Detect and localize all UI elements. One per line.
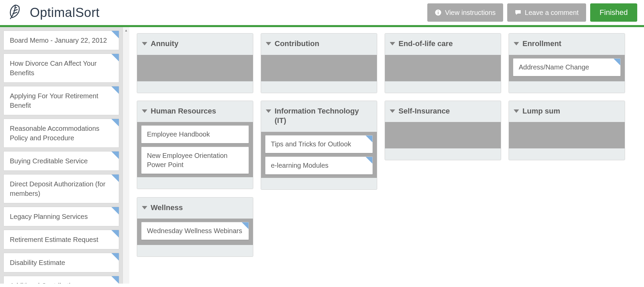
chevron-down-icon bbox=[142, 42, 147, 45]
sorted-card[interactable]: e-learning Modules bbox=[265, 157, 373, 175]
category-self-insurance[interactable]: Self-Insurance bbox=[385, 101, 501, 161]
sidebar-scrollbar[interactable]: ▲ bbox=[123, 27, 129, 284]
card-label: Additional Contributions bbox=[10, 282, 81, 284]
category-header[interactable]: Enrollment bbox=[509, 34, 625, 55]
category-header[interactable]: Human Resources bbox=[137, 101, 253, 122]
card-label: Legacy Planning Services bbox=[10, 213, 88, 220]
unsorted-card[interactable]: Retirement Estimate Request bbox=[3, 230, 119, 249]
card-label: Applying For Your Retirement Benefit bbox=[10, 92, 98, 109]
unsorted-card[interactable]: Direct Deposit Authorization (for member… bbox=[3, 174, 119, 203]
category-title: Human Resources bbox=[151, 106, 216, 116]
category-title: Self-Insurance bbox=[399, 106, 450, 116]
category-header[interactable]: Lump sum bbox=[509, 101, 625, 122]
card-label: Retirement Estimate Request bbox=[10, 236, 98, 243]
view-instructions-button[interactable]: View instructions bbox=[427, 3, 503, 22]
category-dropzone[interactable] bbox=[385, 122, 501, 148]
comment-icon bbox=[515, 9, 521, 16]
leave-comment-button[interactable]: Leave a comment bbox=[507, 3, 586, 22]
category-title: Wellness bbox=[151, 203, 183, 213]
app-header: OptimalSort View instructions Leave a co… bbox=[0, 0, 644, 27]
chevron-down-icon bbox=[142, 206, 147, 209]
brand-title: OptimalSort bbox=[30, 5, 100, 20]
category-dropzone[interactable] bbox=[509, 122, 625, 148]
category-header[interactable]: Information Technology (IT) bbox=[261, 101, 377, 132]
finished-button[interactable]: Finished bbox=[590, 3, 637, 22]
unsorted-card[interactable]: Disability Estimate bbox=[3, 253, 119, 272]
category-human-resources[interactable]: Human Resources Employee Handbook New Em… bbox=[137, 101, 253, 189]
card-label: Board Memo - January 22, 2012 bbox=[10, 37, 107, 44]
category-enrollment[interactable]: Enrollment Address/Name Change bbox=[509, 33, 625, 93]
category-dropzone[interactable]: Tips and Tricks for Outlook e-learning M… bbox=[261, 132, 377, 178]
category-header[interactable]: Wellness bbox=[137, 198, 253, 219]
category-footer bbox=[509, 148, 625, 160]
card-label: Wednesday Wellness Webinars bbox=[147, 227, 242, 234]
card-sidebar: Board Memo - January 22, 2012 How Divorc… bbox=[0, 27, 123, 284]
sorted-card[interactable]: New Employee Orientation Power Point bbox=[141, 147, 249, 174]
sorted-card[interactable]: Wednesday Wellness Webinars bbox=[141, 222, 249, 240]
category-dropzone[interactable] bbox=[137, 55, 253, 81]
leaf-icon bbox=[7, 4, 24, 21]
chevron-down-icon bbox=[142, 109, 147, 113]
unsorted-card[interactable]: Board Memo - January 22, 2012 bbox=[3, 30, 119, 50]
category-end-of-life-care[interactable]: End-of-life care bbox=[385, 33, 501, 93]
category-footer bbox=[137, 245, 253, 257]
svg-rect-1 bbox=[438, 12, 438, 14]
card-label: Buying Creditable Service bbox=[10, 157, 88, 165]
info-icon bbox=[435, 9, 442, 16]
button-label: Finished bbox=[600, 8, 628, 17]
category-grid: Annuity Contribution End-of-life care bbox=[137, 33, 637, 257]
category-footer bbox=[385, 81, 501, 93]
category-title: Annuity bbox=[151, 39, 178, 49]
unsorted-card[interactable]: Reasonable Accommodations Policy and Pro… bbox=[3, 119, 119, 148]
button-label: Leave a comment bbox=[525, 9, 579, 17]
svg-rect-2 bbox=[438, 11, 438, 11]
category-header[interactable]: Contribution bbox=[261, 34, 377, 55]
header-actions: View instructions Leave a comment Finish… bbox=[427, 3, 637, 22]
category-footer bbox=[261, 178, 377, 189]
sorted-card[interactable]: Address/Name Change bbox=[513, 58, 621, 76]
card-label: Address/Name Change bbox=[519, 63, 589, 71]
category-title: Information Technology (IT) bbox=[275, 106, 371, 126]
chevron-down-icon bbox=[390, 109, 395, 113]
sidebar-wrap: Board Memo - January 22, 2012 How Divorc… bbox=[0, 27, 129, 284]
category-dropzone[interactable] bbox=[261, 55, 377, 81]
chevron-down-icon bbox=[390, 42, 395, 45]
card-label: Disability Estimate bbox=[10, 259, 65, 266]
category-header[interactable]: Self-Insurance bbox=[385, 101, 501, 122]
card-label: Direct Deposit Authorization (for member… bbox=[10, 180, 105, 197]
category-header[interactable]: End-of-life care bbox=[385, 34, 501, 55]
category-footer bbox=[509, 81, 625, 93]
category-dropzone[interactable]: Employee Handbook New Employee Orientati… bbox=[137, 122, 253, 177]
sorted-card[interactable]: Tips and Tricks for Outlook bbox=[265, 135, 373, 153]
unsorted-card[interactable]: Legacy Planning Services bbox=[3, 207, 119, 226]
card-label: How Divorce Can Affect Your Benefits bbox=[10, 60, 96, 77]
category-lump-sum[interactable]: Lump sum bbox=[509, 101, 625, 161]
category-title: Contribution bbox=[275, 39, 319, 49]
category-annuity[interactable]: Annuity bbox=[137, 33, 253, 93]
category-dropzone[interactable]: Wednesday Wellness Webinars bbox=[137, 219, 253, 245]
category-dropzone[interactable]: Address/Name Change bbox=[509, 55, 625, 81]
category-dropzone[interactable] bbox=[385, 55, 501, 81]
chevron-down-icon bbox=[266, 42, 271, 45]
category-title: End-of-life care bbox=[399, 39, 453, 49]
unsorted-card[interactable]: Buying Creditable Service bbox=[3, 151, 119, 171]
unsorted-card[interactable]: Additional Contributions bbox=[3, 276, 119, 284]
button-label: View instructions bbox=[445, 9, 496, 17]
category-footer bbox=[385, 148, 501, 160]
category-footer bbox=[137, 177, 253, 189]
category-footer bbox=[261, 81, 377, 93]
card-label: Reasonable Accommodations Policy and Pro… bbox=[10, 125, 100, 142]
category-wellness[interactable]: Wellness Wednesday Wellness Webinars bbox=[137, 197, 253, 257]
card-label: Employee Handbook bbox=[147, 130, 210, 138]
category-header[interactable]: Annuity bbox=[137, 34, 253, 55]
card-label: New Employee Orientation Power Point bbox=[147, 152, 228, 168]
unsorted-card[interactable]: How Divorce Can Affect Your Benefits bbox=[3, 54, 119, 83]
unsorted-card[interactable]: Applying For Your Retirement Benefit bbox=[3, 86, 119, 115]
scroll-up-icon: ▲ bbox=[123, 27, 129, 33]
category-footer bbox=[137, 81, 253, 93]
card-label: e-learning Modules bbox=[271, 162, 328, 169]
category-information-technology[interactable]: Information Technology (IT) Tips and Tri… bbox=[261, 101, 377, 190]
chevron-down-icon bbox=[514, 109, 519, 113]
category-contribution[interactable]: Contribution bbox=[261, 33, 377, 93]
sorted-card[interactable]: Employee Handbook bbox=[141, 125, 249, 143]
